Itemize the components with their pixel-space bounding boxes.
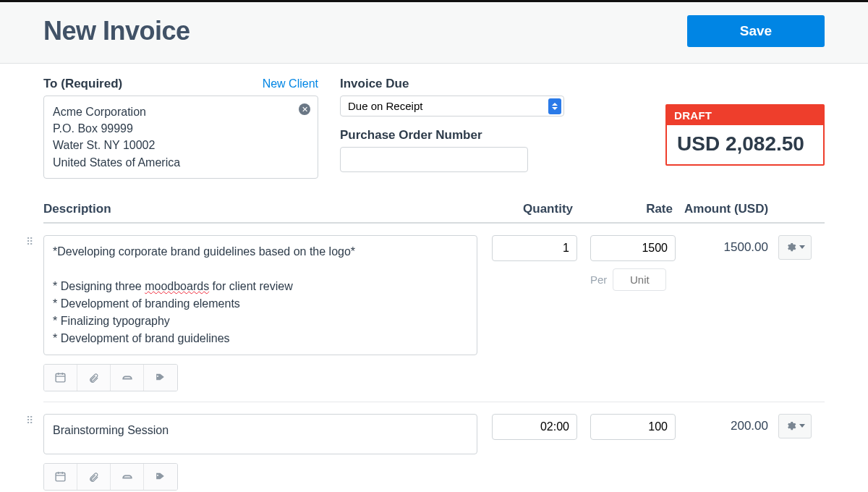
to-line2: P.O. Box 99999: [53, 120, 309, 137]
new-client-link[interactable]: New Client: [263, 77, 318, 90]
line-item: ⠿ *Developing corporate brand guidelines…: [43, 224, 825, 402]
attachment-icon[interactable]: [77, 464, 111, 490]
quantity-input[interactable]: [492, 235, 577, 261]
svg-point-3: [157, 475, 158, 476]
gear-icon: [786, 420, 796, 431]
calendar-icon[interactable]: [44, 464, 77, 490]
to-line4: United States of America: [53, 154, 309, 171]
line-amount: 200.00: [680, 414, 774, 492]
drag-handle-icon[interactable]: ⠿: [26, 418, 33, 423]
line-description-input[interactable]: Brainstorming Session: [43, 414, 477, 454]
line-amount: 1500.00: [680, 235, 774, 402]
to-address-box[interactable]: Acme Corporation P.O. Box 99999 Water St…: [43, 96, 318, 179]
line-settings-button[interactable]: [778, 414, 812, 438]
to-label: To (Required): [43, 77, 122, 91]
line-item: ⠿ Brainstorming Session: [43, 402, 825, 492]
draft-badge: DRAFT: [667, 106, 823, 125]
svg-point-1: [157, 376, 158, 377]
page-header: New Invoice Save: [0, 2, 868, 64]
rate-input[interactable]: [590, 235, 676, 261]
col-quantity: Quantity: [492, 202, 586, 216]
col-description: Description: [43, 202, 492, 216]
line-items-header: Description Quantity Rate Amount (USD): [43, 202, 825, 224]
line-icon-toolbar: [43, 364, 178, 391]
line-description-input[interactable]: *Developing corporate brand guidelines b…: [43, 235, 477, 355]
col-amount: Amount (USD): [680, 202, 774, 216]
link-icon[interactable]: [111, 464, 144, 490]
to-name: Acme Corporation: [53, 103, 309, 120]
calendar-icon[interactable]: [44, 365, 77, 391]
to-line3: Water St. NY 10002: [53, 137, 309, 153]
per-label: Per: [590, 273, 607, 286]
invoice-total-amount: USD 2,082.50: [667, 125, 823, 164]
gear-icon: [786, 242, 796, 253]
po-label: Purchase Order Number: [340, 128, 564, 143]
line-icon-toolbar: [43, 463, 178, 491]
svg-rect-0: [56, 374, 65, 382]
unit-input[interactable]: [613, 268, 666, 291]
attachment-icon[interactable]: [77, 365, 111, 391]
tag-icon[interactable]: [144, 365, 177, 391]
invoice-due-label: Invoice Due: [340, 77, 564, 91]
svg-rect-2: [56, 473, 65, 481]
po-number-input[interactable]: [340, 147, 528, 172]
invoice-total-box: DRAFT USD 2,082.50: [665, 104, 825, 166]
save-button[interactable]: Save: [687, 15, 825, 47]
chevron-down-icon: [799, 245, 805, 249]
col-rate: Rate: [586, 202, 680, 216]
line-settings-button[interactable]: [778, 235, 812, 260]
chevron-down-icon: [799, 424, 805, 428]
quantity-input[interactable]: [492, 414, 577, 440]
link-icon[interactable]: [111, 365, 144, 391]
clear-client-icon[interactable]: ✕: [299, 103, 310, 115]
rate-input[interactable]: [590, 414, 676, 440]
invoice-due-select[interactable]: [340, 96, 564, 116]
tag-icon[interactable]: [144, 464, 177, 490]
page-title: New Invoice: [43, 16, 190, 46]
drag-handle-icon[interactable]: ⠿: [26, 239, 33, 244]
